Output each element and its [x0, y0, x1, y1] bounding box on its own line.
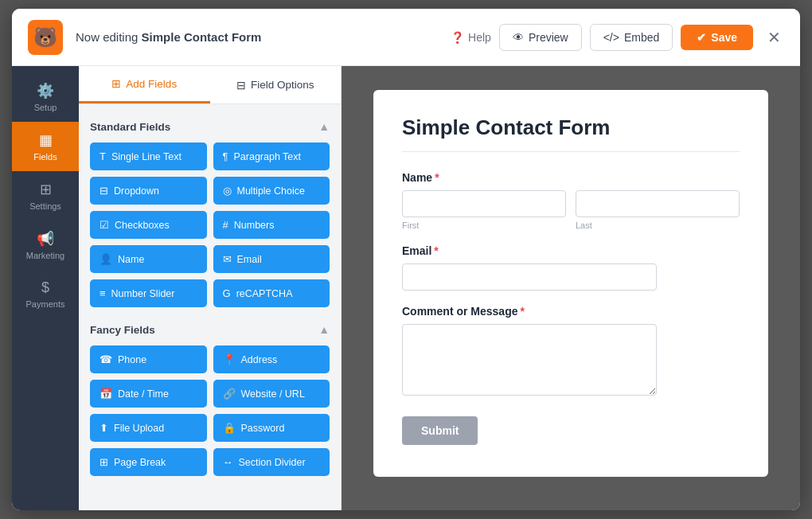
field-btn-checkboxes-label: Checkboxes [115, 220, 170, 231]
field-btn-single-line-text[interactable]: T Single Line Text [90, 142, 207, 170]
help-icon: ❓ [451, 31, 464, 44]
app-window: 🐻 Now editing Simple Contact Form ❓ Help… [12, 9, 800, 510]
page-break-icon: ⊞ [100, 456, 108, 468]
tab-field-options[interactable]: ⊟ Field Options [210, 66, 342, 103]
form-preview-title: Simple Contact Form [402, 115, 740, 152]
comment-field-group: Comment or Message* [402, 305, 740, 396]
name-row: First Last [402, 190, 740, 230]
panel-tabs: ⊞ Add Fields ⊟ Field Options [79, 66, 341, 104]
paragraph-text-icon: ¶ [223, 150, 228, 162]
field-btn-email[interactable]: ✉ Email [213, 245, 330, 273]
name-icon: 👤 [100, 253, 112, 265]
field-btn-numbers-label: Numbers [234, 220, 275, 231]
field-btn-single-line-text-label: Single Line Text [111, 151, 182, 162]
email-required: * [434, 244, 438, 257]
logo-area: 🐻 [25, 17, 66, 58]
sidebar-item-payments[interactable]: $ Payments [12, 270, 79, 318]
submit-button[interactable]: Submit [402, 416, 478, 445]
first-name-wrap: First [402, 190, 566, 230]
header: 🐻 Now editing Simple Contact Form ❓ Help… [12, 9, 800, 66]
field-btn-number-slider-label: Number Slider [111, 288, 175, 299]
sidebar-item-settings[interactable]: ⊞ Settings [12, 171, 79, 220]
fancy-fields-section-header: Fancy Fields ▲ [90, 323, 330, 336]
embed-button[interactable]: </> Embed [590, 24, 673, 51]
close-button[interactable]: ✕ [761, 25, 787, 50]
field-btn-section-divider[interactable]: ↔ Section Divider [213, 448, 330, 476]
name-required: * [435, 171, 439, 184]
section-divider-icon: ↔ [223, 456, 233, 468]
checkboxes-icon: ☑ [100, 219, 109, 231]
field-btn-recaptcha[interactable]: G reCAPTCHA [213, 279, 330, 307]
field-btn-multiple-choice-label: Multiple Choice [237, 185, 305, 197]
field-btn-address-label: Address [241, 354, 278, 365]
last-name-input[interactable] [576, 190, 740, 217]
number-slider-icon: ≡ [100, 287, 106, 299]
field-btn-recaptcha-label: reCAPTCHA [236, 288, 293, 299]
standard-fields-title: Standard Fields [90, 121, 170, 133]
email-icon: ✉ [223, 253, 232, 265]
field-btn-numbers[interactable]: # Numbers [213, 211, 330, 239]
eye-icon: 👁 [513, 31, 524, 44]
field-btn-website-url[interactable]: 🔗 Website / URL [213, 380, 330, 408]
phone-icon: ☎ [100, 353, 112, 365]
check-icon: ✔ [697, 31, 706, 44]
field-btn-phone[interactable]: ☎ Phone [90, 345, 207, 373]
first-name-input[interactable] [402, 190, 566, 217]
multiple-choice-icon: ◎ [223, 185, 232, 197]
standard-fields-toggle[interactable]: ▲ [318, 120, 330, 133]
field-btn-date-time-label: Date / Time [118, 388, 169, 400]
field-btn-number-slider[interactable]: ≡ Number Slider [90, 279, 207, 307]
field-btn-file-upload[interactable]: ⬆ File Upload [90, 414, 207, 442]
form-preview: Simple Contact Form Name* First Last [342, 66, 800, 510]
preview-button[interactable]: 👁 Preview [499, 24, 582, 51]
last-name-hint: Last [576, 220, 740, 230]
standard-fields-grid: T Single Line Text ¶ Paragraph Text ⊟ Dr… [90, 142, 330, 307]
gear-icon: ⚙️ [37, 82, 54, 100]
submit-label: Submit [421, 424, 459, 437]
field-btn-dropdown[interactable]: ⊟ Dropdown [90, 177, 207, 205]
field-btn-checkboxes[interactable]: ☑ Checkboxes [90, 211, 207, 239]
field-btn-name[interactable]: 👤 Name [90, 245, 207, 273]
fields-panel: ⊞ Add Fields ⊟ Field Options Standard Fi… [79, 66, 342, 510]
field-btn-page-break[interactable]: ⊞ Page Break [90, 448, 207, 476]
tab-add-fields-label: Add Fields [126, 78, 177, 90]
comment-textarea[interactable] [402, 324, 657, 396]
icon-sidebar: ⚙️ Setup ▦ Fields ⊞ Settings 📢 Marketing… [12, 66, 79, 510]
password-icon: 🔒 [223, 422, 236, 434]
help-button[interactable]: ❓ Help [451, 31, 491, 44]
save-button[interactable]: ✔ Save [681, 25, 753, 50]
field-btn-page-break-label: Page Break [114, 457, 166, 468]
add-fields-icon: ⊞ [111, 77, 121, 90]
field-btn-address[interactable]: 📍 Address [213, 345, 330, 373]
sidebar-item-fields[interactable]: ▦ Fields [12, 122, 79, 171]
field-btn-file-upload-label: File Upload [114, 423, 164, 434]
form-name-heading: Simple Contact Form [142, 30, 262, 44]
sidebar-item-marketing[interactable]: 📢 Marketing [12, 220, 79, 270]
sidebar-fields-label: Fields [33, 152, 57, 162]
numbers-icon: # [223, 219, 228, 231]
field-btn-name-label: Name [118, 254, 144, 265]
email-input[interactable] [402, 263, 657, 291]
fancy-fields-title: Fancy Fields [90, 324, 155, 336]
field-btn-multiple-choice[interactable]: ◎ Multiple Choice [213, 177, 330, 205]
embed-label: Embed [624, 31, 659, 44]
sidebar-item-setup[interactable]: ⚙️ Setup [12, 72, 79, 122]
field-btn-website-url-label: Website / URL [241, 388, 305, 400]
form-card: Simple Contact Form Name* First Last [373, 90, 768, 477]
sidebar-marketing-label: Marketing [26, 251, 64, 260]
address-icon: 📍 [223, 353, 236, 365]
tab-add-fields[interactable]: ⊞ Add Fields [79, 66, 210, 103]
standard-fields-section-header: Standard Fields ▲ [90, 120, 330, 133]
sidebar-settings-label: Settings [29, 201, 61, 211]
comment-label: Comment or Message* [402, 305, 740, 318]
logo-bear: 🐻 [28, 20, 63, 55]
field-btn-paragraph-text[interactable]: ¶ Paragraph Text [213, 142, 330, 170]
field-btn-date-time[interactable]: 📅 Date / Time [90, 380, 207, 408]
fields-scroll: Standard Fields ▲ T Single Line Text ¶ P… [79, 104, 341, 510]
fancy-fields-toggle[interactable]: ▲ [318, 323, 330, 336]
field-btn-password[interactable]: 🔒 Password [213, 414, 330, 442]
payments-icon: $ [41, 279, 49, 296]
dropdown-icon: ⊟ [100, 185, 108, 197]
field-options-icon: ⊟ [236, 79, 246, 92]
fields-icon: ▦ [39, 131, 53, 149]
